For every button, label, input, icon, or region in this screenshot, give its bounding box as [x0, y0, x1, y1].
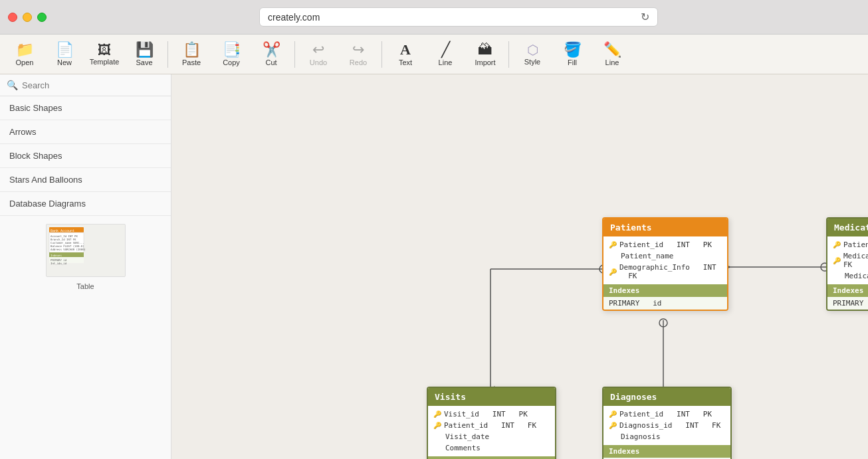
sidebar-item-database-diagrams[interactable]: Database Diagrams — [0, 192, 171, 216]
sidebar: 🔍 Basic Shapes Arrows Block Shapes Stars… — [0, 74, 171, 459]
sidebar-item-label: Database Diagrams — [9, 199, 86, 209]
table-row: Comments — [428, 442, 555, 454]
table-row: Medication_name — [827, 270, 868, 282]
indexes-header: Indexes — [603, 284, 727, 297]
row-text: Diagnosis — [621, 432, 661, 441]
svg-text:Indexes: Indexes — [51, 254, 62, 257]
template-label: Template — [90, 58, 120, 66]
copy-label: Copy — [223, 58, 240, 66]
table-row: Visit_date — [428, 431, 555, 442]
main-layout: 🔍 Basic Shapes Arrows Block Shapes Stars… — [0, 74, 868, 459]
redo-button[interactable]: ↪ Redo — [339, 37, 378, 72]
linestyle-label: Line — [605, 58, 619, 66]
search-box[interactable]: 🔍 — [0, 74, 171, 96]
minimize-button[interactable] — [23, 13, 32, 22]
svg-text:Int_idx_id: Int_idx_id — [51, 262, 67, 265]
svg-text:Bank Account: Bank Account — [51, 229, 74, 232]
table-row: 🔑 Demographic_Info INT FK — [603, 262, 727, 282]
search-icon: 🔍 — [7, 80, 18, 90]
table-row: Diagnosis — [603, 431, 730, 442]
sidebar-item-stars-and-balloons[interactable]: Stars And Balloons — [0, 168, 171, 192]
paste-label: Paste — [182, 58, 201, 66]
cut-label: Cut — [265, 58, 276, 66]
fk-icon: 🔑 — [433, 422, 441, 429]
sidebar-thumbnail: Bank Account Account_Id INT PK Branch_Id… — [0, 216, 171, 298]
search-input[interactable] — [22, 80, 164, 90]
row-text: Visit_date — [445, 432, 489, 441]
table-row: 🔑 Diagnosis_id INT FK — [603, 420, 730, 431]
close-button[interactable] — [8, 13, 17, 22]
row-text: Patient_id INT PK — [619, 410, 712, 418]
canvas[interactable]: Patients 🔑 Patient_id INT PK Patient_nam… — [171, 74, 868, 459]
medication-table[interactable]: Medication 🔑 Patient_id INT PK 🔑 Medicat… — [826, 217, 868, 311]
url-bar[interactable]: creately.com ↻ — [259, 7, 658, 27]
fk-icon: 🔑 — [609, 268, 617, 276]
row-text: Patient_id INT PK — [843, 240, 868, 249]
key-icon: 🔑 — [609, 241, 617, 248]
sidebar-item-block-shapes[interactable]: Block Shapes — [0, 144, 171, 168]
fk-icon: 🔑 — [609, 422, 617, 429]
indexes-body: PRIMARY id — [603, 297, 727, 310]
new-button[interactable]: 📄 New — [45, 37, 84, 72]
import-button[interactable]: 🏔 Import — [466, 37, 504, 72]
visits-header: Visits — [428, 388, 555, 406]
row-text: Visit_id INT PK — [444, 410, 528, 418]
medication-body: 🔑 Patient_id INT PK 🔑 Medication_id INT … — [827, 236, 868, 284]
indexes-header: Indexes — [603, 445, 730, 458]
cut-button[interactable]: ✂️ Cut — [252, 37, 290, 72]
diagnoses-body: 🔑 Patient_id INT PK 🔑 Diagnosis_id INT F… — [603, 406, 730, 445]
save-label: Save — [136, 58, 152, 66]
line-icon: ╱ — [441, 43, 450, 57]
fill-button[interactable]: 🪣 Fill — [553, 37, 592, 72]
patients-table[interactable]: Patients 🔑 Patient_id INT PK Patient_nam… — [602, 217, 728, 311]
table-row: 🔑 Patient_id INT PK — [603, 239, 727, 250]
sidebar-item-arrows[interactable]: Arrows — [0, 120, 171, 144]
copy-icon: 📑 — [223, 43, 241, 57]
paste-button[interactable]: 📋 Paste — [172, 37, 211, 72]
table-thumbnail[interactable]: Bank Account Account_Id INT PK Branch_Id… — [46, 224, 126, 277]
template-icon: 🖼 — [98, 43, 111, 56]
open-button[interactable]: 📁 Open — [5, 37, 44, 72]
table-row: 🔑 Patient_id INT FK — [428, 420, 555, 431]
sidebar-item-label: Basic Shapes — [9, 103, 62, 113]
indexes-header: Indexes — [827, 284, 868, 297]
new-icon: 📄 — [56, 43, 74, 57]
table-row: 🔑 Visit_id INT PK — [428, 409, 555, 420]
linestyle-button[interactable]: ✏️ Line — [593, 37, 631, 72]
open-label: Open — [16, 58, 34, 66]
indexes-body: PRIMARY id — [827, 297, 868, 310]
sidebar-item-label: Stars And Balloons — [9, 175, 82, 185]
medication-header: Medication — [827, 219, 868, 236]
svg-point-26 — [659, 319, 667, 327]
line-button[interactable]: ╱ Line — [426, 37, 465, 72]
table-row: 🔑 Patient_id INT PK — [827, 239, 868, 250]
url-text: creately.com — [268, 12, 320, 23]
sidebar-item-basic-shapes[interactable]: Basic Shapes — [0, 96, 171, 120]
copy-button[interactable]: 📑 Copy — [212, 37, 251, 72]
text-button[interactable]: A Text — [386, 37, 425, 72]
row-text: Patient_id INT FK — [444, 421, 536, 430]
row-text: Patient_name — [621, 252, 673, 260]
line-label: Line — [439, 58, 453, 66]
sidebar-item-label: Arrows — [9, 127, 36, 137]
save-icon: 💾 — [136, 43, 154, 57]
table-row: 🔑 Patient_id INT PK — [603, 409, 730, 420]
titlebar: creately.com ↻ — [0, 0, 868, 35]
separator-3 — [381, 41, 382, 68]
toolbar: 📁 Open 📄 New 🖼 Template 💾 Save 📋 Paste 📑… — [0, 35, 868, 74]
patients-body: 🔑 Patient_id INT PK Patient_name 🔑 Demog… — [603, 236, 727, 284]
refresh-button[interactable]: ↻ — [641, 11, 649, 23]
undo-button[interactable]: ↩ Undo — [299, 37, 338, 72]
template-button[interactable]: 🖼 Template — [85, 37, 124, 72]
table-row: 🔑 Medication_id INT FK — [827, 250, 868, 270]
row-text: Comments — [445, 444, 481, 452]
key-icon: 🔑 — [833, 241, 841, 248]
diagnoses-table[interactable]: Diagnoses 🔑 Patient_id INT PK 🔑 Diagnosi… — [602, 387, 732, 459]
linestyle-icon: ✏️ — [603, 43, 621, 57]
visits-table[interactable]: Visits 🔑 Visit_id INT PK 🔑 Patient_id IN… — [427, 387, 556, 459]
save-button[interactable]: 💾 Save — [125, 37, 163, 72]
maximize-button[interactable] — [37, 13, 47, 22]
text-label: Text — [399, 58, 412, 66]
style-button[interactable]: ⬡ Style — [513, 37, 552, 72]
text-icon: A — [400, 43, 411, 57]
